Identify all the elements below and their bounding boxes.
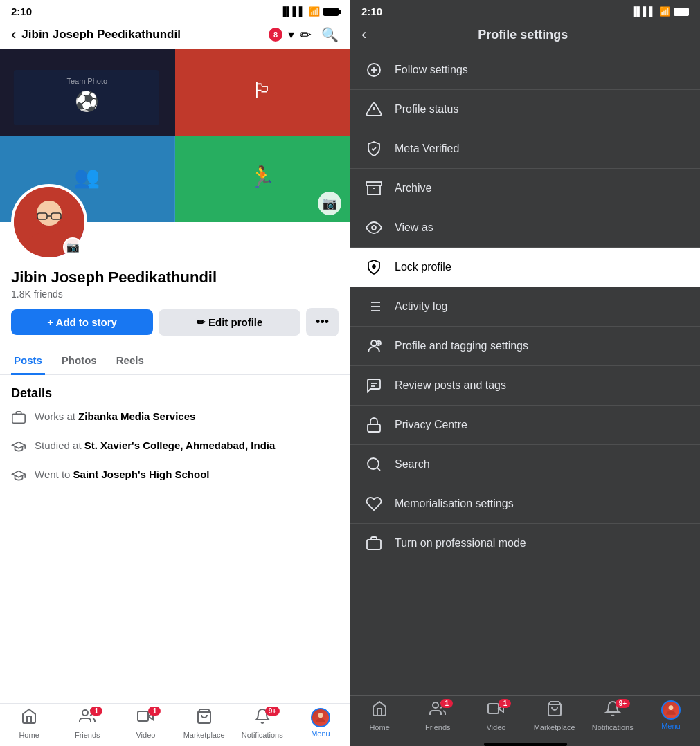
lock-profile-label: Lock profile (395, 261, 451, 273)
profile-settings-title: Profile settings (377, 28, 668, 42)
nav-icons: ✏ 🔍 (300, 26, 339, 43)
marketplace-icon (196, 708, 213, 729)
settings-professional-mode[interactable]: Turn on professional mode (350, 524, 700, 563)
r-nav-home[interactable]: Home (350, 700, 409, 731)
tab-reels[interactable]: Reels (114, 347, 147, 375)
settings-review-posts[interactable]: Review posts and tags (350, 366, 700, 406)
notifications-badge: 9+ (265, 707, 280, 716)
work-detail: Works at Zibanka Media Services (11, 409, 339, 428)
work-text: Works at Zibanka Media Services (35, 409, 195, 424)
review-posts-label: Review posts and tags (395, 379, 506, 392)
video-label: Video (136, 731, 155, 739)
left-status-bar: 2:10 ▐▌▌▌ 📶 5 (0, 0, 350, 20)
settings-profile-tagging[interactable]: Profile and tagging settings (350, 327, 700, 366)
profile-status-label: Profile status (395, 103, 458, 116)
settings-view-as[interactable]: View as (350, 208, 700, 248)
right-status-icons: ▐▌▌▌ 📶 5 (630, 6, 689, 17)
r-home-icon (371, 700, 388, 721)
cover-cell-1: ⚽ Team Photo (0, 49, 175, 136)
nav-notifications[interactable]: 9+ Notifications (233, 708, 291, 739)
back-button[interactable]: ‹ (11, 26, 16, 44)
svg-line-46 (377, 468, 380, 471)
add-to-story-button[interactable]: + Add to story (11, 309, 153, 335)
right-signal-icon: ▐▌▌▌ (630, 6, 656, 17)
settings-follow-settings[interactable]: Follow settings (350, 51, 700, 90)
svg-text:Team Photo: Team Photo (66, 77, 107, 85)
avatar-camera-button[interactable]: 📷 (63, 237, 82, 257)
r-notifications-badge: 9+ (616, 699, 630, 708)
more-options-button[interactable]: ••• (306, 308, 339, 336)
right-back-button[interactable]: ‹ (361, 26, 366, 44)
wifi-icon: 📶 (309, 6, 320, 17)
settings-privacy-centre[interactable]: Privacy Centre (350, 406, 700, 445)
r-nav-notifications[interactable]: 9+ Notifications (584, 700, 642, 731)
r-nav-video[interactable]: 1 Video (467, 700, 525, 731)
settings-meta-verified[interactable]: Meta Verified (350, 129, 700, 169)
svg-rect-19 (138, 711, 148, 721)
lock-profile-icon (364, 259, 384, 275)
settings-memorialisation[interactable]: Memorialisation settings (350, 484, 700, 524)
settings-profile-status[interactable]: Profile status (350, 90, 700, 129)
tab-posts[interactable]: Posts (11, 347, 45, 375)
search-icon[interactable]: 🔍 (321, 26, 339, 43)
right-bottom-nav: Home 1 Friends 1 Video Marketplace 9+ (350, 695, 700, 738)
tab-photos[interactable]: Photos (59, 347, 100, 375)
left-top-nav: ‹ Jibin Joseph Peedikathundil 8 ▾ ✏ 🔍 (0, 20, 350, 49)
r-friends-badge: 1 (440, 699, 453, 708)
cover-cell-2: 🏳 (175, 49, 350, 136)
left-time: 2:10 (11, 6, 32, 17)
svg-rect-15 (12, 414, 25, 423)
friends-count: 1.8K friends (11, 289, 339, 300)
school-icon (11, 468, 28, 486)
settings-activity-log[interactable]: Activity log (350, 287, 700, 327)
r-nav-menu[interactable]: Menu (642, 700, 700, 731)
profile-full-name: Jibin Joseph Peedikathundil (11, 269, 339, 286)
svg-text:🏳: 🏳 (251, 79, 272, 102)
svg-point-29 (372, 226, 376, 230)
svg-point-48 (433, 702, 438, 708)
search-settings-icon (364, 456, 384, 473)
svg-rect-44 (368, 424, 380, 432)
dropdown-icon[interactable]: ▾ (288, 27, 294, 42)
profile-tagging-icon (364, 338, 384, 354)
r-nav-marketplace[interactable]: Marketplace (526, 700, 584, 731)
menu-avatar (311, 708, 330, 727)
friends-badge: 1 (90, 707, 102, 716)
professional-mode-icon (364, 535, 384, 552)
cover-camera-button[interactable]: 📷 (318, 192, 341, 215)
details-section: Details Works at Zibanka Media Services … (0, 375, 350, 703)
r-video-label: Video (486, 723, 505, 731)
right-panel: 2:10 ▐▌▌▌ 📶 5 ‹ Profile settings Follow … (350, 0, 700, 746)
nav-video[interactable]: 1 Video (116, 708, 174, 739)
meta-verified-icon (364, 140, 384, 157)
nav-marketplace[interactable]: Marketplace (175, 708, 233, 739)
edit-profile-button[interactable]: ✏ Edit profile (159, 309, 300, 336)
activity-log-label: Activity log (395, 300, 447, 313)
right-time: 2:10 (361, 6, 382, 17)
left-panel: 2:10 ▐▌▌▌ 📶 5 ‹ Jibin Joseph Peedikathun… (0, 0, 350, 746)
settings-lock-profile[interactable]: Lock profile (350, 248, 700, 287)
work-icon (11, 410, 28, 428)
notification-count-badge: 8 (269, 28, 282, 42)
profile-tabs: Posts Photos Reels (0, 347, 350, 375)
right-wifi-icon: 📶 (659, 6, 670, 17)
privacy-centre-icon (364, 417, 384, 433)
edit-icon[interactable]: ✏ (300, 26, 312, 43)
memorialisation-label: Memorialisation settings (395, 498, 514, 510)
settings-search[interactable]: Search (350, 445, 700, 484)
menu-label: Menu (311, 729, 330, 738)
svg-rect-50 (488, 704, 499, 713)
r-menu-avatar (661, 700, 681, 720)
nav-menu[interactable]: Menu (291, 708, 350, 739)
study-detail: Studied at St. Xavier's College, Ahmedab… (11, 438, 339, 457)
study-icon (11, 439, 28, 457)
follow-settings-label: Follow settings (395, 64, 468, 76)
nav-friends[interactable]: 1 Friends (58, 708, 116, 739)
profile-tagging-label: Profile and tagging settings (395, 340, 528, 352)
svg-text:🏃: 🏃 (249, 165, 276, 190)
r-marketplace-label: Marketplace (534, 723, 575, 731)
right-battery-icon: 5 (674, 8, 689, 16)
r-nav-friends[interactable]: 1 Friends (409, 700, 467, 731)
nav-home[interactable]: Home (0, 708, 58, 739)
settings-archive[interactable]: Archive (350, 169, 700, 208)
